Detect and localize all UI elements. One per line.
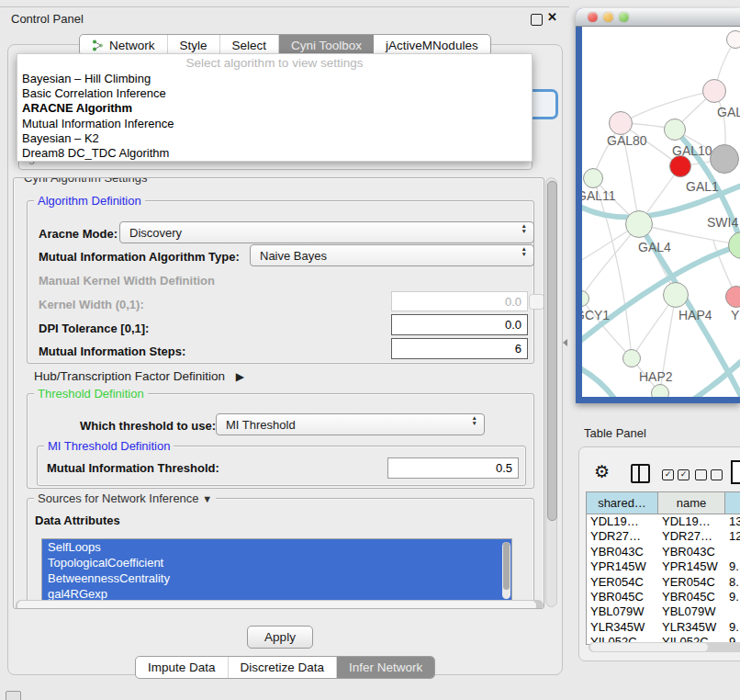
tab-label: Network [109,39,155,52]
tab-discretize-data[interactable]: Discretize Data [229,657,338,678]
select-all-columns-icon[interactable]: ✓✓ [662,469,690,480]
attributes-vertical-scrollbar[interactable] [502,542,510,599]
tab-network[interactable]: Network [80,35,168,55]
collapse-arrow-icon[interactable]: ▼ [202,493,212,504]
network-node[interactable] [726,30,740,49]
table-panel: ⚙ ✓✓ shared…nameA YDL19…YDL19…13YDR27…YD… [578,446,740,661]
network-node-hap4[interactable] [663,282,689,308]
tab-label: Style [180,39,207,52]
tab-label: Cyni Toolbox [291,39,362,52]
table-cell: 8. [725,575,740,590]
network-node[interactable] [651,384,669,397]
algorithm-option[interactable]: Mutual Information Inference [17,117,532,131]
data-attributes-items: SelfLoopsTopologicalCoefficientBetweenne… [42,539,511,602]
table-row[interactable]: YBL079WYBL079W [587,604,740,619]
close-traffic-light[interactable] [588,12,598,22]
table-header-cell[interactable]: name [658,492,725,514]
cyni-algorithm-settings-group: Cyni Algorithm Settings Algorithm Defini… [13,177,544,609]
algorithm-option[interactable]: Bayesian – K2 [17,131,532,146]
table-row[interactable]: YDR27…YDR27…12 [587,529,740,544]
table-cell: YLR345W [587,620,658,635]
table-row[interactable]: YPR145WYPR145W9. [587,559,740,574]
tab-style[interactable]: Style [168,35,220,55]
tab-cyni-toolbox[interactable]: Cyni Toolbox [279,35,374,55]
hub-tf-section-toggle[interactable]: Hub/Transcription Factor Definition ▶ [34,369,244,383]
tab-infer-network[interactable]: Infer Network [337,657,434,678]
network-node-gal10[interactable] [664,119,686,141]
table-cell: YPR145W [658,559,725,574]
table-row[interactable]: YBR043CYBR043C [587,545,740,559]
sources-group-title[interactable]: Sources for Network Inference ▼ [34,491,216,505]
network-node-label: SWI4 [707,215,738,230]
mi-threshold-group: MI Threshold Definition Mutual Informati… [37,446,526,486]
which-threshold-label: Which threshold to use: [80,419,216,433]
network-node-gal1[interactable] [669,155,691,177]
algorithm-dropdown-placeholder: Select algorithm to view settings [17,54,532,72]
mi-type-value: Naive Bayes [260,249,327,263]
algorithm-option[interactable]: ARACNE Algorithm [17,101,532,116]
algorithm-option[interactable]: Dream8 DC_TDC Algorithm [17,146,532,161]
manual-kernel-checkbox[interactable] [529,294,544,310]
table-header-cell[interactable]: A [725,492,740,514]
which-threshold-select[interactable]: MI Threshold ▲▼ [216,413,485,435]
table-cell: YPR145W [587,559,658,574]
splitter-handle[interactable] [563,339,567,346]
network-node-gal[interactable] [702,79,726,103]
aracne-mode-select[interactable]: Discovery ▲▼ [119,221,534,243]
tab-jactivemnodules[interactable]: jActiveMNodules [374,35,490,55]
tab-impute-data[interactable]: Impute Data [136,657,229,678]
table-header-row: shared…nameA [587,492,740,514]
algorithm-option[interactable]: Basic Correlation Inference [17,86,532,101]
tab-select[interactable]: Select [220,35,280,55]
kernel-width-field[interactable]: 0.0 [391,291,528,311]
table-cell: 12 [725,529,740,544]
network-node[interactable] [710,144,739,174]
table-cell: YDR27… [658,529,725,544]
attribute-item[interactable]: BetweennessCentrality [42,570,511,586]
mi-type-select[interactable]: Naive Bayes ▲▼ [250,244,534,266]
spinner-icon[interactable]: ▲▼ [521,223,527,233]
network-window-titlebar[interactable] [576,8,740,27]
float-window-icon[interactable] [531,14,543,26]
network-node-label: GAL80 [607,133,647,148]
network-node-gal4[interactable] [625,210,653,238]
algorithm-option[interactable]: Bayesian – Hill Climbing [17,72,532,86]
settings-horizontal-scrollbar[interactable] [16,600,544,609]
column-settings-icon[interactable] [631,464,650,483]
settings-vertical-scrollbar[interactable] [545,177,557,607]
table-row[interactable]: YDL19…YDL19…13 [587,514,740,529]
expand-arrow-icon[interactable]: ▶ [236,370,244,383]
spinner-icon[interactable]: ▲▼ [521,246,527,256]
table-row[interactable]: YLR345WYLR345W9. [587,620,740,635]
minimize-traffic-light[interactable] [603,12,613,22]
table-row[interactable]: YBR045CYBR045C9. [587,590,740,604]
dpi-tolerance-field[interactable]: 0.0 [391,314,528,335]
apply-button[interactable]: Apply [247,626,313,649]
table-cell: YDR27… [587,529,658,544]
panel-corner-button[interactable] [6,691,21,700]
mi-steps-field[interactable]: 6 [391,338,528,359]
table-header-cell[interactable]: shared… [587,492,658,514]
gear-icon[interactable]: ⚙ [594,463,610,480]
network-canvas[interactable]: GALGAL80GAL10GAL1GAL11GAL4SWI4GCY1HAP4YH… [582,27,740,397]
attribute-item[interactable]: TopologicalCoefficient [42,555,511,570]
network-node-gal80[interactable] [609,111,633,135]
algorithm-options: Bayesian – Hill ClimbingBasic Correlatio… [17,72,532,161]
document-icon[interactable] [731,460,740,484]
network-node-hap2[interactable] [622,349,641,367]
table-cell: YER054C [587,575,658,590]
table-horizontal-scrollbar[interactable] [589,642,740,652]
threshold-definition-title: Threshold Definition [34,387,148,401]
network-edge [593,178,632,358]
mi-threshold-field[interactable]: 0.5 [387,457,519,479]
network-node-label: HAP2 [639,369,673,384]
table-cell: YLR345W [658,620,725,635]
table-row[interactable]: YER054CYER054C8. [587,575,740,590]
close-icon[interactable]: ✕ [547,10,557,24]
zoom-traffic-light[interactable] [619,12,629,22]
network-node-gal11[interactable] [583,168,603,188]
attribute-item[interactable]: SelfLoops [42,539,511,555]
table-cell: YBL079W [658,604,725,619]
spinner-icon[interactable]: ▲▼ [472,415,477,425]
deselect-all-columns-icon[interactable] [695,469,723,480]
